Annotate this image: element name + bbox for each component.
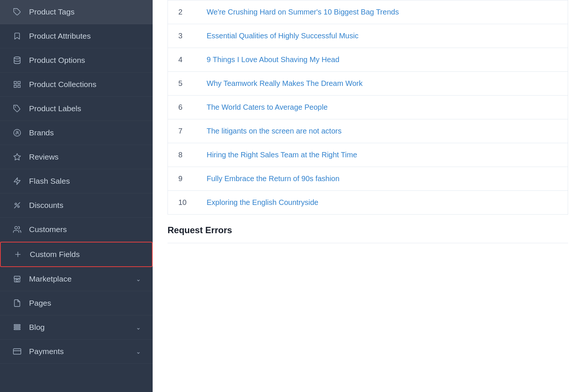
sidebar-item-label: Customers bbox=[29, 225, 67, 234]
row-link[interactable]: The litigants on the screen are not acto… bbox=[207, 127, 341, 135]
table-row: 4 9 Things I Love About Shaving My Head bbox=[168, 48, 568, 72]
sidebar-item-product-options[interactable]: Product Options bbox=[0, 48, 153, 73]
table-row: 7 The litigants on the screen are not ac… bbox=[168, 119, 568, 143]
svg-point-6 bbox=[15, 106, 16, 107]
sidebar: Product Tags Product Attributes Product … bbox=[0, 0, 153, 392]
sidebar-item-pages[interactable]: Pages bbox=[0, 291, 153, 315]
star-icon bbox=[12, 152, 22, 162]
table-row: 5 Why Teamwork Really Makes The Dream Wo… bbox=[168, 72, 568, 96]
sidebar-item-custom-fields[interactable]: Custom Fields bbox=[0, 242, 153, 267]
bookmark-icon bbox=[12, 31, 22, 41]
tag-icon bbox=[12, 7, 22, 17]
table-row: 3 Essential Qualities of Highly Successf… bbox=[168, 24, 568, 48]
svg-point-11 bbox=[17, 206, 19, 208]
sidebar-item-product-labels[interactable]: Product Labels bbox=[0, 97, 153, 121]
sidebar-item-label: Product Labels bbox=[29, 104, 81, 113]
sidebar-item-label: Flash Sales bbox=[29, 177, 70, 186]
row-link[interactable]: The World Caters to Average People bbox=[207, 103, 328, 112]
row-link[interactable]: Essential Qualities of Highly Successful… bbox=[207, 32, 359, 40]
chevron-down-icon: ⌄ bbox=[136, 324, 141, 331]
row-number: 2 bbox=[178, 8, 192, 16]
file-icon bbox=[12, 298, 22, 308]
row-number: 8 bbox=[178, 151, 192, 159]
chevron-down-icon: ⌄ bbox=[136, 348, 141, 355]
grid-icon bbox=[12, 79, 22, 90]
row-link[interactable]: We're Crushing Hard on Summer's 10 Bigge… bbox=[207, 8, 399, 16]
svg-rect-20 bbox=[13, 349, 21, 354]
credit-card-icon bbox=[12, 346, 22, 357]
row-number: 4 bbox=[178, 55, 192, 64]
database-icon bbox=[12, 55, 22, 65]
table-row: 9 Fully Embrace the Return of 90s fashio… bbox=[168, 167, 568, 191]
row-number: 5 bbox=[178, 79, 192, 88]
sidebar-item-blog[interactable]: Blog ⌄ bbox=[0, 315, 153, 340]
row-number: 9 bbox=[178, 174, 192, 183]
svg-marker-8 bbox=[14, 154, 20, 160]
svg-rect-17 bbox=[14, 325, 20, 326]
main-content: 2 We're Crushing Hard on Summer's 10 Big… bbox=[153, 0, 583, 392]
row-link[interactable]: Exploring the English Countryside bbox=[207, 198, 318, 207]
sidebar-item-label: Blog bbox=[29, 323, 45, 332]
svg-rect-2 bbox=[14, 81, 16, 84]
sidebar-item-label: Payments bbox=[29, 347, 64, 356]
sidebar-item-reviews[interactable]: Reviews bbox=[0, 145, 153, 169]
flash-icon bbox=[12, 176, 22, 186]
sidebar-item-product-tags[interactable]: Product Tags bbox=[0, 0, 153, 24]
sidebar-item-product-attributes[interactable]: Product Attributes bbox=[0, 24, 153, 48]
store-icon bbox=[12, 274, 22, 284]
svg-point-1 bbox=[14, 57, 20, 59]
row-number: 6 bbox=[178, 103, 192, 112]
sidebar-item-discounts[interactable]: Discounts bbox=[0, 193, 153, 218]
request-errors-heading: Request Errors bbox=[153, 215, 583, 243]
sidebar-item-product-collections[interactable]: Product Collections bbox=[0, 73, 153, 97]
svg-rect-5 bbox=[18, 85, 20, 87]
sidebar-item-label: Custom Fields bbox=[30, 250, 80, 259]
sidebar-item-label: Product Tags bbox=[29, 7, 74, 16]
svg-rect-19 bbox=[14, 329, 20, 330]
row-link[interactable]: Why Teamwork Really Makes The Dream Work bbox=[207, 79, 363, 88]
sidebar-item-payments[interactable]: Payments ⌄ bbox=[0, 340, 153, 364]
sidebar-item-label: Product Collections bbox=[29, 80, 96, 89]
chevron-down-icon: ⌄ bbox=[136, 276, 141, 283]
sidebar-item-label: Reviews bbox=[29, 152, 58, 161]
svg-point-13 bbox=[15, 226, 17, 229]
row-link[interactable]: Hiring the Right Sales Team at the Right… bbox=[207, 151, 357, 159]
row-number: 3 bbox=[178, 32, 192, 40]
list-icon bbox=[12, 322, 22, 332]
row-number: 7 bbox=[178, 127, 192, 135]
table-row: 10 Exploring the English Countryside bbox=[168, 191, 568, 214]
sidebar-item-flash-sales[interactable]: Flash Sales bbox=[0, 169, 153, 193]
svg-marker-9 bbox=[14, 178, 20, 184]
svg-rect-3 bbox=[18, 81, 20, 84]
plus-icon bbox=[13, 249, 23, 260]
row-number: 10 bbox=[178, 198, 192, 207]
svg-point-10 bbox=[15, 203, 17, 205]
sidebar-item-label: Brands bbox=[29, 128, 54, 137]
percent-icon bbox=[12, 200, 22, 211]
table-row: 2 We're Crushing Hard on Summer's 10 Big… bbox=[168, 0, 568, 24]
content-list: 2 We're Crushing Hard on Summer's 10 Big… bbox=[168, 0, 568, 215]
svg-rect-18 bbox=[14, 327, 20, 328]
request-errors-divider bbox=[168, 243, 568, 243]
table-row: 6 The World Caters to Average People bbox=[168, 96, 568, 119]
row-link[interactable]: Fully Embrace the Return of 90s fashion bbox=[207, 174, 340, 183]
table-row: 8 Hiring the Right Sales Team at the Rig… bbox=[168, 143, 568, 167]
svg-rect-16 bbox=[16, 280, 18, 282]
sidebar-item-brands[interactable]: Brands bbox=[0, 121, 153, 145]
registered-icon bbox=[12, 128, 22, 138]
sidebar-item-label: Product Attributes bbox=[29, 32, 91, 41]
sidebar-item-customers[interactable]: Customers bbox=[0, 218, 153, 242]
tag-label-icon bbox=[12, 103, 22, 114]
users-icon bbox=[12, 224, 22, 235]
sidebar-item-marketplace[interactable]: Marketplace ⌄ bbox=[0, 267, 153, 291]
svg-rect-4 bbox=[14, 85, 16, 87]
sidebar-item-label: Discounts bbox=[29, 201, 63, 210]
row-link[interactable]: 9 Things I Love About Shaving My Head bbox=[207, 55, 340, 64]
sidebar-item-label: Marketplace bbox=[29, 274, 71, 283]
sidebar-item-label: Product Options bbox=[29, 56, 85, 65]
sidebar-item-label: Pages bbox=[29, 299, 51, 308]
